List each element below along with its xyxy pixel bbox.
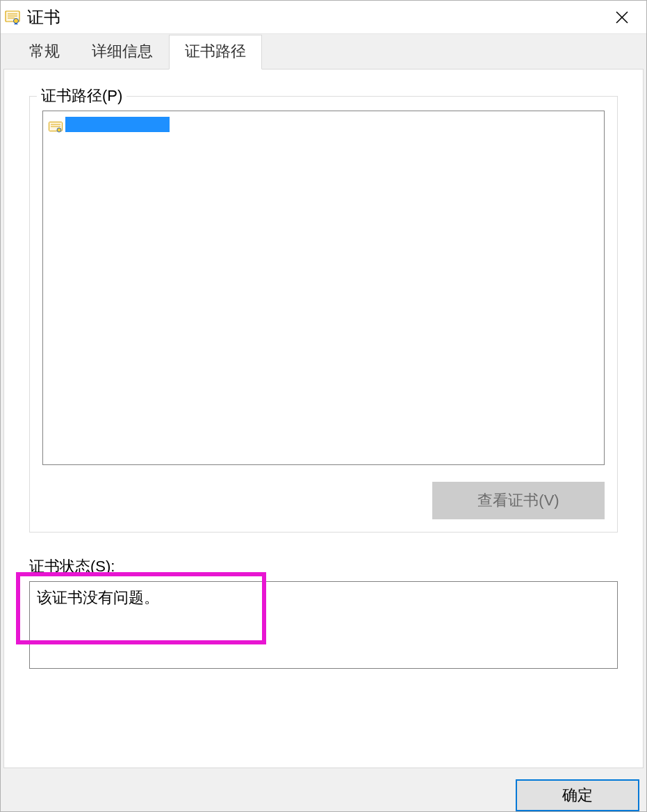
view-certificate-button: 查看证书(V) (432, 482, 605, 519)
cert-status-area: 证书状态(S): 该证书没有问题。 (29, 556, 618, 669)
cert-path-tree[interactable] (42, 111, 605, 465)
dialog-footer: 确定 (1, 771, 646, 811)
cert-status-value: 该证书没有问题。 (37, 589, 159, 606)
tab-page-cert-path: 证书路径(P) (3, 69, 644, 768)
close-icon (615, 10, 629, 24)
view-cert-row: 查看证书(V) (42, 482, 605, 519)
tab-details[interactable]: 详细信息 (76, 35, 169, 69)
cert-path-legend: 证书路径(P) (37, 86, 126, 106)
cert-path-item-label (65, 117, 170, 132)
cert-path-groupbox: 证书路径(P) (29, 96, 618, 533)
window-title: 证书 (27, 6, 598, 29)
close-button[interactable] (598, 1, 646, 34)
client-area: 常规 详细信息 证书路径 证书路径(P) (1, 34, 646, 811)
cert-path-tree-item[interactable] (49, 115, 598, 133)
ok-button[interactable]: 确定 (516, 779, 639, 811)
titlebar: 证书 (1, 1, 646, 34)
certificate-icon (49, 119, 63, 130)
svg-point-4 (14, 18, 19, 23)
svg-point-10 (57, 128, 61, 132)
cert-status-label: 证书状态(S): (29, 556, 618, 581)
tab-strip: 常规 详细信息 证书路径 (1, 34, 646, 69)
cert-status-box: 该证书没有问题。 (29, 581, 618, 669)
tab-cert-path[interactable]: 证书路径 (169, 35, 262, 70)
certificate-icon (5, 10, 20, 25)
certificate-dialog: 证书 常规 详细信息 证书路径 证书路径(P) (0, 0, 647, 812)
tab-general[interactable]: 常规 (13, 35, 76, 69)
